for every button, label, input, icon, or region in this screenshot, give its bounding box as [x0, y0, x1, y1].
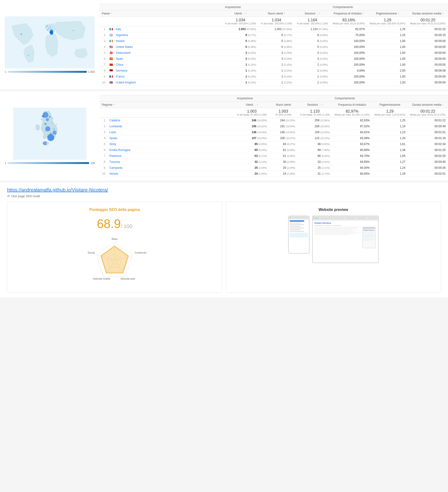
svg-point-16 — [43, 141, 47, 145]
region-name-cell[interactable]: Calabria — [107, 118, 234, 123]
sessioni-cell: 1 (0,09%) — [294, 74, 330, 80]
pagine-cell: 1,00 — [367, 80, 408, 86]
sessioni-cell: 5 (0,43%) — [294, 44, 330, 50]
freq-cell-2: 69,70% — [332, 153, 372, 159]
freq-cell: 0,00% — [330, 68, 367, 74]
sessioni-cell-2: 115 (10,15%) — [298, 135, 332, 141]
world-map — [5, 16, 95, 69]
freq-cell-2: 82,63% — [332, 118, 372, 123]
svg-point-28 — [48, 134, 49, 136]
svg-point-9 — [50, 29, 51, 29]
th-frequenza[interactable]: Frequenza di rimbalzo ? — [330, 10, 367, 17]
preview-mockup: Visitare Nicotera — [232, 216, 435, 263]
sessioni-cell-2: 66 (5,83%) — [298, 153, 332, 159]
total-durata: 00:01:20 Media per vista: 00:01:20 (0,00… — [408, 17, 448, 26]
region-name-cell[interactable]: Emilia-Romagna — [107, 147, 234, 153]
nuovi-cell-2: 146 (14,55%) — [269, 129, 298, 135]
freq-cell: 100,00% — [330, 50, 367, 56]
svg-point-22 — [52, 117, 53, 119]
th-utenti[interactable]: Utenti ↓ ? — [223, 10, 259, 17]
region-name-cell[interactable]: Lazio — [107, 129, 234, 135]
table-row: 7. 🇨🇳 China 1 (0,10%) 1 (0,10%) 1 (0,09%… — [100, 62, 448, 68]
nuovi-cell-2: 24 (2,39%) — [269, 171, 298, 177]
freq-cell: 100,00% — [330, 80, 367, 86]
region-name-cell[interactable]: Apulia — [107, 135, 234, 141]
th-paese: Paese ? — [100, 10, 223, 17]
country-section: 1 1.003 Acquisizione Comportamento Paese — [0, 0, 448, 89]
th-comportamento-2: Comportamento — [332, 95, 448, 102]
region-name-cell[interactable]: Piedmont — [107, 153, 234, 159]
durata-cell: 00:00:15 — [408, 32, 448, 38]
region-name-cell[interactable]: Lombardy — [107, 123, 234, 129]
th-sessioni-2[interactable]: Sessioni ↓ ? — [298, 102, 332, 108]
flag-cell: 🇫🇷 — [107, 74, 113, 80]
sessioni-cell: 3 (0,26%) — [294, 50, 330, 56]
th-pagine[interactable]: Pagine/sessione ? — [367, 10, 408, 17]
region-name-cell[interactable]: Tuscany — [107, 159, 234, 165]
country-name-cell[interactable]: Argentina — [113, 32, 223, 38]
svg-point-10 — [47, 30, 48, 31]
pagine-cell-2: 1,19 — [372, 123, 408, 129]
durata-cell-2: 00:02:01 — [408, 171, 448, 177]
country-name-cell[interactable]: Spain — [113, 56, 223, 62]
utenti-cell: 5 (0,48%) — [223, 38, 259, 44]
utenti-cell-2: 85 (8,29%) — [234, 141, 269, 147]
nuovi-cell: 1.003 (97,00%) — [259, 26, 295, 32]
preview-phone — [288, 216, 309, 254]
rank-cell: 6. — [100, 56, 107, 62]
country-name-cell[interactable]: United Kingdom — [113, 80, 223, 86]
total-nuovi: 1.034 % del totale: 100,00% (1.034) — [259, 17, 295, 26]
nuovi-cell: 5 (0,48%) — [259, 38, 295, 44]
country-name-cell[interactable]: Switzerland — [113, 50, 223, 56]
country-name-cell[interactable]: Ireland — [113, 38, 223, 44]
nuovi-cell: 1 (0,10%) — [259, 62, 295, 68]
freq-cell: 82,97% — [330, 26, 367, 32]
rank-cell-2: 3. — [100, 129, 107, 135]
country-name-cell[interactable]: United States — [113, 44, 223, 50]
th-durata[interactable]: Durata sessione media ? — [408, 10, 448, 17]
total2-freq: 82,97% Media per vista: 83,16% (-0,24%) — [332, 108, 372, 118]
country-name-cell[interactable]: Germany — [113, 68, 223, 74]
seo-url[interactable]: https://andrealamalfa.github.io/Visitare… — [7, 187, 441, 193]
nuovi-cell: 5 (0,48%) — [259, 44, 295, 50]
table-row: 2. 🇦🇷 Argentina 8 (0,77%) 8 (0,77%) 8 (0… — [100, 32, 448, 38]
utenti-cell: 1.003 (97,00%) — [223, 26, 259, 32]
rank-cell: 7. — [100, 62, 107, 68]
rank-cell: 5. — [100, 50, 107, 56]
th-sessioni[interactable]: Sessioni ↓ ? — [294, 10, 330, 17]
region-name-cell[interactable]: Campania — [107, 165, 234, 171]
sessioni-cell: 1 (0,09%) — [294, 62, 330, 68]
flag-cell: 🇦🇷 — [107, 32, 113, 38]
th-pagine-2[interactable]: Pagine/sessione — [372, 102, 408, 108]
svg-point-18 — [42, 115, 44, 117]
svg-marker-39 — [101, 246, 128, 273]
svg-point-17 — [46, 118, 49, 121]
svg-point-26 — [45, 130, 46, 132]
th-utenti-2[interactable]: Utenti ↓ ? — [234, 102, 269, 108]
country-name-cell[interactable]: China — [113, 62, 223, 68]
map-legend-bar-1 — [8, 71, 87, 73]
th-durata-2[interactable]: Durata sessione media ? — [408, 102, 448, 108]
table-row: 4. Apulia 107 (10,44%) 105 (10,47%) 115 … — [100, 135, 448, 141]
region-name-cell[interactable]: Sicily — [107, 141, 234, 147]
svg-text:Velocità web: Velocità web — [120, 277, 135, 280]
utenti-cell-2: 24 (2,34%) — [234, 171, 269, 177]
freq-cell-2: 84,91% — [332, 129, 372, 135]
table-row: 8. Tuscany 32 (3,12%) 30 (2,99%) 33 (2,9… — [100, 159, 448, 165]
th-nuovi-2[interactable]: Nuovi utenti — [269, 102, 298, 108]
pagine-cell-2: 1,38 — [372, 147, 408, 153]
table-row: 6. 🇪🇸 Spain 3 (0,29%) 3 (0,29%) 3 (0,26%… — [100, 56, 448, 62]
th-nuovi-utenti[interactable]: Nuovi utenti ? — [259, 10, 295, 17]
country-name-cell[interactable]: Italy — [113, 26, 223, 32]
preview-title: Website preview — [232, 208, 435, 212]
nuovi-cell-2: 51 (5,08%) — [269, 153, 298, 159]
country-name-cell[interactable]: France — [113, 74, 223, 80]
th-frequenza-2[interactable]: Frequenza di rimbalzo — [332, 102, 372, 108]
svg-text:Contenuto: Contenuto — [134, 251, 147, 254]
flag-cell: 🇨🇭 — [107, 50, 113, 56]
nuovi-cell: 8 (0,77%) — [259, 32, 295, 38]
region-name-cell[interactable]: Veneto — [107, 171, 234, 177]
nuovi-cell: 1 (0,10%) — [259, 80, 295, 86]
rank-cell: 1. — [100, 26, 107, 32]
table-row: 3. 🇮🇪 Ireland 5 (0,48%) 5 (0,48%) 5 (0,4… — [100, 38, 448, 44]
